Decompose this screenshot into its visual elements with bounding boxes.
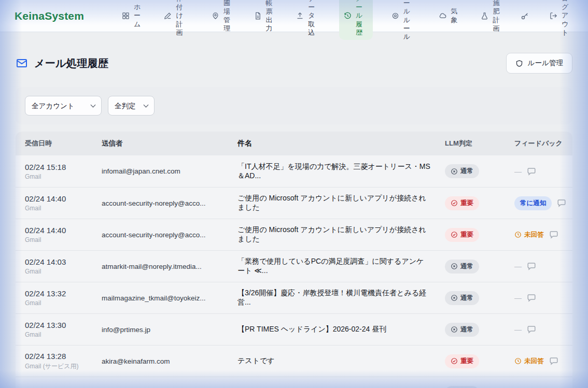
account-label: Gmail: [25, 331, 92, 338]
nav-label: 帳票 出力: [266, 0, 273, 33]
llm-verdict-badge: 重要: [445, 354, 479, 368]
grid-icon: [122, 4, 130, 28]
feedback-cell: — 常に通知 未回答: [503, 325, 572, 334]
document-icon: [254, 4, 262, 28]
envelope-icon: [16, 57, 28, 69]
verdict-filter-select[interactable]: 全判定: [108, 96, 155, 116]
circle-x-icon: [451, 168, 458, 175]
feedback-cell: — 常に通知 未回答: [503, 167, 572, 176]
nav-label: 気 象: [451, 7, 457, 24]
comment-icon[interactable]: [527, 262, 536, 271]
llm-verdict-badge: 通常: [445, 386, 479, 388]
nav-item-weather[interactable]: 気 象: [434, 1, 462, 32]
table-row[interactable]: 02/24 13:32 Gmail mailmagazine_tkmail@to…: [16, 282, 572, 313]
rule-management-label: ルール管理: [528, 59, 563, 68]
rule-management-button[interactable]: ルール管理: [506, 53, 572, 74]
nav-label: ホ ー ム: [134, 3, 141, 28]
mail-subject: 【3/26開催】慶応・岸教授登壇！横川電機責任者とみる経営...: [228, 289, 430, 307]
llm-verdict-label: 通常: [460, 167, 473, 176]
nav-item-mail-rules[interactable]: メール ルール: [387, 0, 421, 44]
flask-icon: [481, 4, 488, 28]
table-row[interactable]: 02/24 14:40 Gmail account-security-norep…: [16, 219, 572, 250]
nav-item-logout[interactable]: ログ アウ ト: [545, 0, 573, 40]
feedback-none-dash: —: [514, 262, 522, 270]
nav-item-mail-history[interactable]: メール 履歴: [339, 0, 373, 40]
sender-email: mailmagazine_tkmail@toyokeiz...: [92, 294, 228, 302]
table-row[interactable]: 02/24 15:18 Gmail infomail@japan.cnet.co…: [16, 155, 572, 187]
page-title: メール処理履歴: [34, 56, 108, 70]
circle-x-icon: [451, 326, 458, 333]
feedback-unanswered-label: 未回答: [524, 357, 544, 366]
feedback-cell: — 常に通知 未回答: [503, 230, 572, 239]
top-navigation-bar: KeinaSystem ホ ー ム 作付け 計画 圃場 管理 帳票 出力: [0, 0, 588, 32]
received-datetime: 02/24 13:28: [25, 352, 92, 361]
comment-icon[interactable]: [527, 325, 536, 334]
nav-label: ログ アウ ト: [562, 0, 569, 37]
clock-icon: [514, 231, 522, 238]
comment-icon[interactable]: [549, 356, 558, 366]
llm-verdict-badge: 重要: [445, 228, 479, 242]
sender-email: account-security-noreply@acco...: [92, 199, 228, 207]
feedback-cell: — 常に通知 未回答: [503, 293, 572, 303]
sender-email: atmarkit-mail@noreply.itmedia...: [92, 263, 228, 270]
account-label: Gmail: [25, 299, 92, 307]
check-circle-icon: [451, 199, 458, 207]
nav-label: 圃場 管理: [223, 0, 231, 33]
comment-icon[interactable]: [527, 293, 536, 303]
feedback-always-notify-badge: 常に通知: [514, 196, 552, 210]
comment-icon[interactable]: [549, 230, 558, 239]
logout-icon: [550, 4, 557, 28]
account-label: Gmail: [25, 268, 92, 275]
feedback-none-dash: —: [514, 294, 522, 302]
check-circle-icon: [451, 231, 458, 238]
llm-verdict-badge: 通常: [445, 323, 479, 337]
mail-subject: ご使用の Microsoft アカウントに新しいアプリが接続されました: [228, 194, 430, 212]
table-row[interactable]: 02/24 12:10 digital@kochinews.jp 四万十福祉専門…: [16, 377, 572, 388]
nav-item-fertilizer-plan[interactable]: 施肥 計画: [476, 0, 505, 36]
mail-subject: ご使用の Microsoft アカウントに新しいアプリが接続されました: [228, 225, 430, 244]
llm-verdict-label: 通常: [460, 262, 473, 271]
col-sender: 送信者: [92, 139, 228, 148]
mail-subject: 【PR TIMES ヘッドライン】2026-02-24 昼刊: [228, 325, 430, 334]
account-label: Gmail (サービス用): [25, 362, 92, 371]
nav-item-report-output[interactable]: 帳票 出力: [249, 0, 278, 36]
col-llm-verdict: LLM判定: [430, 139, 503, 148]
nav-item-field-mgmt[interactable]: 圃場 管理: [207, 0, 235, 36]
comment-icon[interactable]: [557, 198, 566, 208]
table-row[interactable]: 02/24 13:30 Gmail info@prtimes.jp 【PR TI…: [16, 313, 572, 345]
table-row[interactable]: 02/24 13:28 Gmail (サービス用) akira@keinafar…: [16, 345, 572, 377]
nav-item-planting-plan[interactable]: 作付け 計画: [159, 0, 193, 40]
received-datetime: 02/24 14:40: [25, 226, 92, 235]
mail-history-table: 受信日時 送信者 件名 LLM判定 フィードバック 02/24 15:18 Gm…: [16, 132, 572, 388]
col-subject: 件名: [228, 139, 430, 148]
nav-item-key[interactable]: [519, 0, 531, 32]
main-content: メール処理履歴 ルール管理 全アカウント 全判定 受信日時 送信者 件名: [0, 53, 588, 388]
nav-label: メール ルール: [403, 0, 416, 41]
llm-verdict-label: 通常: [460, 325, 473, 334]
table-row[interactable]: 02/24 14:40 Gmail account-security-norep…: [16, 187, 572, 219]
sender-email: akira@keinafarm.com: [92, 357, 228, 365]
sender-email: infomail@japan.cnet.com: [92, 167, 228, 175]
llm-verdict-badge: 通常: [445, 260, 479, 274]
mail-subject: テストです: [228, 356, 430, 366]
account-filter-select[interactable]: 全アカウント: [25, 96, 102, 116]
account-label: Gmail: [25, 236, 92, 243]
received-datetime: 02/24 13:32: [25, 289, 92, 298]
comment-icon[interactable]: [527, 167, 536, 176]
upload-icon: [296, 4, 304, 28]
brand-logo: KeinaSystem: [15, 10, 84, 22]
account-label: Gmail: [25, 173, 92, 180]
nav-label: データ 取込: [308, 0, 320, 37]
received-datetime: 02/24 13:30: [25, 321, 92, 329]
llm-verdict-label: 重要: [460, 231, 473, 239]
table-body: 02/24 15:18 Gmail infomail@japan.cnet.co…: [16, 155, 572, 388]
feedback-unanswered: 未回答: [514, 357, 544, 366]
nav-item-home[interactable]: ホ ー ム: [117, 0, 145, 32]
nav-label: 施肥 計画: [493, 0, 500, 33]
feedback-cell: — 常に通知 未回答: [503, 356, 572, 366]
nav-item-data-import[interactable]: データ 取込: [291, 0, 325, 40]
key-icon: [521, 3, 529, 28]
feedback-unanswered-label: 未回答: [524, 231, 544, 239]
clock-icon: [514, 357, 522, 365]
table-row[interactable]: 02/24 14:03 Gmail atmarkit-mail@noreply.…: [16, 250, 572, 282]
